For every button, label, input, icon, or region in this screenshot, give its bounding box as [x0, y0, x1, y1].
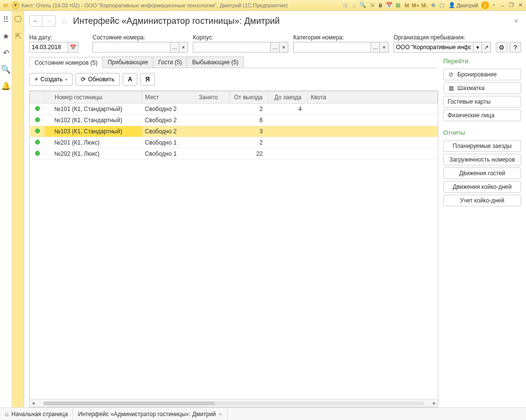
refresh-button[interactable]: ⟳Обновить — [75, 73, 120, 86]
cell-busy — [196, 115, 230, 126]
settings-button[interactable]: ⚙ — [496, 42, 507, 53]
status-dot-icon — [35, 117, 40, 122]
close-page-button[interactable]: × — [511, 17, 521, 25]
col-room[interactable]: Номер гостиницы — [45, 91, 142, 104]
create-button[interactable]: +Создать▾ — [29, 73, 73, 86]
dropdown-icon[interactable]: ▾ — [12, 1, 19, 9]
calc-icon[interactable]: 🖩 — [376, 1, 384, 9]
category-clear-button[interactable]: × — [380, 42, 389, 53]
state-input[interactable] — [93, 42, 170, 53]
sort-ya-button[interactable]: Я — [140, 73, 155, 86]
report-label: Движения койко-дней — [453, 183, 512, 190]
report-button-1[interactable]: Загруженность номеров — [443, 154, 521, 165]
desktop-icon[interactable]: 🖵 — [12, 14, 24, 25]
cell-from-out: 2 — [230, 137, 269, 148]
org-input[interactable] — [394, 42, 473, 53]
goto-button-1[interactable]: ▦Шахматка — [443, 82, 521, 94]
info-icon[interactable]: i — [481, 1, 489, 9]
maximize-icon[interactable]: ❐ — [507, 1, 515, 9]
bell-icon[interactable]: 🔔 — [0, 80, 12, 91]
cell-busy — [196, 148, 230, 160]
col-busy[interactable]: Занято — [196, 91, 230, 104]
category-input[interactable] — [293, 42, 371, 53]
report-button-4[interactable]: Учет койко-дней — [443, 195, 521, 206]
nav-back-button[interactable]: ← — [30, 16, 42, 26]
dropdown2-icon[interactable]: ▾ — [490, 1, 498, 9]
report-label: Планируемые заезды — [452, 143, 511, 149]
nav-forward-button[interactable]: → — [42, 16, 55, 26]
bottom-tab-interface[interactable]: Интерфейс «Администратор гостиницы»: Дми… — [73, 408, 227, 420]
cell-room: №103 (К1, Стандартный) — [45, 126, 142, 137]
report-button-0[interactable]: Планируемые заезды — [443, 140, 521, 152]
goto-heading: Перейти — [443, 56, 521, 66]
print-icon[interactable]: ⎙ — [350, 1, 358, 9]
close-icon[interactable]: ✕ — [516, 1, 524, 9]
launch-icon[interactable]: ⇱ — [12, 30, 24, 42]
report-button-2[interactable]: Движения гостей — [443, 167, 521, 179]
cell-quota — [308, 104, 438, 115]
tab-3[interactable]: Выбывающие (5) — [187, 56, 244, 68]
building-input[interactable] — [193, 42, 271, 53]
table-row[interactable]: №201 (К1, Люкс)Свободно 12 — [30, 137, 438, 148]
reports-heading: Отчеты — [443, 128, 521, 137]
cell-to-in — [269, 126, 308, 137]
tab-2[interactable]: Гости (5) — [153, 56, 188, 68]
history-icon[interactable]: ↶ — [0, 47, 12, 58]
search-icon[interactable]: 🔍 — [0, 63, 12, 75]
scroll-right-icon[interactable]: ▶ — [431, 401, 438, 405]
preview-icon[interactable]: 🔍 — [359, 1, 367, 9]
favorite-icon[interactable]: ☆ — [60, 16, 68, 26]
help-button[interactable]: ? — [509, 42, 521, 53]
compare-icon[interactable]: ⇲ — [368, 1, 376, 9]
state-clear-button[interactable]: × — [179, 42, 188, 53]
m-plus-button[interactable]: M+ — [412, 1, 419, 9]
sidebar-tools: ⠿ ★ ↶ 🔍 🔔 — [0, 11, 12, 407]
status-dot-icon — [35, 140, 40, 145]
date-picker-button[interactable]: 📅 — [68, 42, 78, 53]
col-seats[interactable]: Мест — [142, 91, 196, 104]
table-row[interactable]: №101 (К1, Стандартный)Свободно 224 — [30, 104, 438, 115]
col-from-out[interactable]: От выезда — [230, 91, 269, 104]
table-row[interactable]: №103 (К1, Стандартный)Свободно 23 — [30, 126, 438, 137]
apps-icon[interactable]: ⠿ — [0, 14, 12, 25]
cell-from-out: 22 — [230, 148, 269, 160]
nav-buttons: ← → — [29, 15, 56, 27]
close-tab-icon[interactable]: × — [219, 411, 222, 417]
org-dropdown-button[interactable]: ▾ — [473, 42, 482, 53]
windows-icon[interactable]: ▢ — [438, 1, 446, 9]
table-row[interactable]: №202 (К1, Люкс)Свободно 122 — [30, 148, 438, 160]
goto-button-0[interactable]: ⊘Бронирование — [443, 69, 521, 80]
scroll-left-icon[interactable]: ◀ — [30, 401, 37, 405]
cell-room: №102 (К1, Стандартный) — [45, 115, 142, 126]
m-button[interactable]: M — [403, 1, 411, 9]
tab-0[interactable]: Состояние номеров (5) — [29, 57, 103, 68]
cell-seats: Свободно 2 — [142, 115, 196, 126]
goto-button-2[interactable]: Гостевые карты — [443, 96, 521, 108]
window-title: Кинт: Отель (18.03 т02) - ООО "Корпорати… — [21, 2, 288, 8]
h-scrollbar[interactable]: ◀ ▶ — [30, 399, 438, 407]
calendar-icon[interactable]: 📅 — [385, 1, 393, 9]
m-minus-button[interactable]: M- — [420, 1, 428, 9]
zoom-icon[interactable]: ⊕ — [429, 1, 437, 9]
report-button-3[interactable]: Движения койко-дней — [443, 181, 521, 193]
schedule-icon[interactable]: ▦ — [394, 1, 402, 9]
star-icon[interactable]: ★ — [0, 30, 12, 42]
save-icon[interactable]: 🖫 — [341, 1, 349, 9]
cell-quota — [308, 137, 438, 148]
bottom-tab-home[interactable]: ⌂ Начальная страница — [0, 408, 73, 420]
date-input[interactable] — [29, 42, 68, 53]
org-open-button[interactable]: ↗ — [482, 42, 491, 53]
col-quota[interactable]: Квота — [308, 91, 438, 104]
building-clear-button[interactable]: × — [280, 42, 288, 53]
sort-a-button[interactable]: А — [123, 73, 137, 86]
building-more-button[interactable]: … — [271, 42, 280, 53]
user-label[interactable]: 👤Дмитрий — [447, 2, 480, 8]
minimize-icon[interactable]: – — [499, 1, 507, 9]
category-more-button[interactable]: … — [371, 42, 380, 53]
tab-1[interactable]: Прибывающие — [102, 56, 153, 68]
cell-from-out: 3 — [230, 126, 269, 137]
state-more-button[interactable]: … — [170, 42, 179, 53]
table-row[interactable]: №102 (К1, Стандартный)Свободно 26 — [30, 115, 438, 126]
col-to-in[interactable]: До заезда — [269, 91, 308, 104]
goto-button-3[interactable]: Физические лица — [443, 110, 521, 121]
